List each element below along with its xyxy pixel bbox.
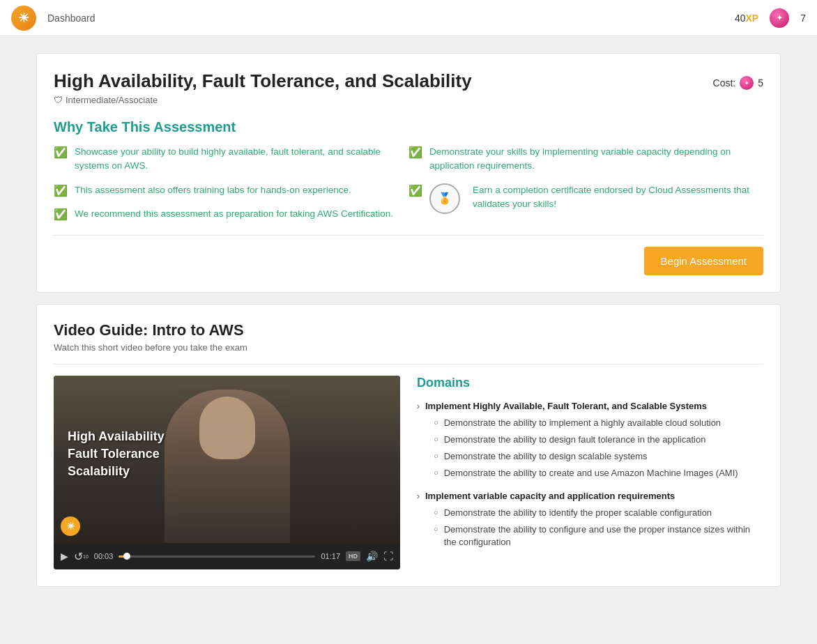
domain-item: Demonstrate the ability to configure and… [434,523,763,550]
reason-text-2: This assessment also offers training lab… [75,183,351,197]
chevron-icon-1: › [417,401,420,411]
progress-handle [123,553,130,560]
video-person-head [199,397,255,459]
play-button[interactable]: ▶ [61,551,68,562]
check-icon-1: ✅ [54,146,68,159]
reason-text-1: Showcase your ability to build highly av… [75,145,408,174]
domain-item: Demonstrate the ability to create and us… [434,467,763,480]
domain-item: Demonstrate the ability to identify the … [434,507,763,520]
logo-icon: ☀ [18,10,29,26]
video-person-silhouette [165,390,290,543]
reason-item: ✅ Showcase your ability to build highly … [54,145,408,174]
header: ☀ Dashboard 40XP ✦ 7 [0,0,817,36]
reason-text-4: Demonstrate your skills by implementing … [429,145,763,174]
cost-label: Cost: [713,77,736,89]
begin-btn-container: Begin Assessment [54,247,763,275]
cost-amount: 5 [758,77,763,89]
video-controls: ▶ ↺10 00:03 01:17 HD 🔊 ⛶ [54,543,400,569]
reason-item: ✅ Demonstrate your skills by implementin… [408,145,763,174]
total-time: 01:17 [321,552,340,560]
video-guide-title: Video Guide: Intro to AWS [54,321,763,339]
domain-item: Demonstrate the ability to implement a h… [434,417,763,430]
reason-item: ✅ 🏅 Earn a completion certificate endors… [408,183,763,214]
volume-button[interactable]: 🔊 [366,551,378,562]
reason-text-3: We recommend this assessment as preparat… [75,207,393,221]
replay-button[interactable]: ↺10 [74,550,89,563]
chevron-icon-2: › [417,491,420,501]
why-left-column: ✅ Showcase your ability to build highly … [54,145,408,221]
begin-assessment-button[interactable]: Begin Assessment [644,247,763,275]
hd-badge: HD [346,551,360,561]
divider [54,235,763,236]
fullscreen-button[interactable]: ⛶ [383,551,393,562]
domain-header-1[interactable]: › Implement Highly Available, Fault Tole… [417,400,763,413]
reason-text-5: Earn a completion certificate endorsed b… [473,183,763,212]
domain-items-2: Demonstrate the ability to identify the … [417,507,763,550]
video-title-overlay: High AvailabilityFault ToleranceScalabil… [68,428,165,481]
check-icon-4: ✅ [408,146,422,159]
xp-display: 40XP [735,13,758,24]
domain-item: Demonstrate the ability to design fault … [434,434,763,447]
progress-bar[interactable] [119,555,315,558]
video-player[interactable]: High AvailabilityFault ToleranceScalabil… [54,376,400,569]
domain-item: Demonstrate the ability to design scalab… [434,450,763,463]
domains-title: Domains [417,376,763,390]
video-guide-subtitle: Watch this short video before you take t… [54,342,763,353]
main-content: High Availability, Fault Tolerance, and … [25,53,792,587]
assessment-level: 🛡 Intermediate/Associate [54,95,472,105]
video-content: High AvailabilityFault ToleranceScalabil… [54,364,763,569]
domain-group-2: › Implement variable capacity and applic… [417,490,763,550]
video-guide-card: Video Guide: Intro to AWS Watch this sho… [36,304,781,587]
reason-item: ✅ We recommend this assessment as prepar… [54,207,408,221]
logo[interactable]: ☀ [11,6,36,31]
why-take-grid: ✅ Showcase your ability to build highly … [54,145,763,221]
check-icon-5: ✅ [408,184,422,197]
why-take-heading: Why Take This Assessment [54,119,763,135]
assessment-title: High Availability, Fault Tolerance, and … [54,70,472,92]
assessment-card: High Availability, Fault Tolerance, and … [36,53,781,293]
domain-items-1: Demonstrate the ability to implement a h… [417,417,763,480]
gem-count: 7 [800,13,806,24]
cost-gem-icon: ✦ [740,76,754,90]
domain-title-1: Implement Highly Available, Fault Tolera… [425,400,707,413]
cert-badge: 🏅 [429,183,460,214]
dashboard-link[interactable]: Dashboard [47,13,735,24]
header-right: 40XP ✦ 7 [735,8,806,28]
shield-icon: 🛡 [54,95,63,105]
gem-icon: ✦ [770,8,789,28]
domain-header-2[interactable]: › Implement variable capacity and applic… [417,490,763,503]
check-icon-3: ✅ [54,208,68,221]
why-right-column: ✅ Demonstrate your skills by implementin… [408,145,763,221]
domains-section: Domains › Implement Highly Available, Fa… [417,376,763,569]
domain-title-2: Implement variable capacity and applicat… [425,490,675,503]
domain-group-1: › Implement Highly Available, Fault Tole… [417,400,763,480]
check-icon-2: ✅ [54,184,68,197]
video-screen: High AvailabilityFault ToleranceScalabil… [54,376,400,543]
video-logo-overlay: ☀ [61,516,80,536]
current-time: 00:03 [94,552,114,560]
reason-item: ✅ This assessment also offers training l… [54,183,408,197]
